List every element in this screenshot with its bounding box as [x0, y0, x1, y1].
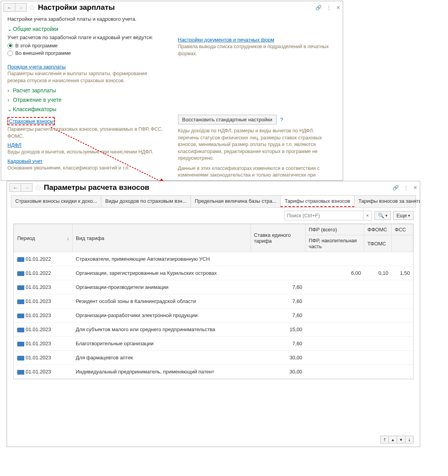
titlebar: ← → ☆ Настройки зарплаты 🔗 ⋮ ✕	[1, 1, 343, 14]
link-payroll-order[interactable]: Порядок учета зарплаты	[7, 64, 66, 70]
link-ndfl[interactable]: НДФЛ	[7, 142, 22, 148]
help-insurance: Параметры расчета страховых взносов, упл…	[7, 126, 166, 140]
link-insurance-contributions[interactable]: Страховые взносы	[7, 117, 55, 125]
close-icon[interactable]: ✕	[336, 5, 340, 11]
section-reflection[interactable]: › Отражение в учете	[7, 97, 336, 103]
classifiers-columns: Страховые взносы Параметры расчета страх…	[7, 115, 336, 179]
help-doc-settings: Правила вывода списка сотрудников и подр…	[178, 43, 337, 57]
content-area: Настройки учета заработной платы и кадро…	[1, 14, 343, 181]
nav-forward-button[interactable]: →	[15, 3, 27, 12]
help-classifiers-right1: Коды доходов по НДФЛ, размеры и виды выч…	[178, 128, 337, 162]
help-payroll-order: Параметры начисления и выплаты зарплаты,…	[7, 70, 166, 84]
favorite-star-icon[interactable]: ☆	[29, 3, 36, 12]
page-description: Настройки учета заработной платы и кадро…	[7, 16, 336, 22]
more-menu-icon[interactable]: ⋮	[326, 5, 331, 11]
nav-back-button[interactable]: ←	[4, 3, 15, 12]
chevron-right-icon: ›	[7, 87, 13, 94]
help-classifiers-right2: Данные в этих классификаторах изменяются…	[178, 165, 337, 179]
section-payroll-calc[interactable]: › Расчет зарплаты	[7, 87, 336, 94]
radio-icon	[7, 43, 13, 49]
window-title: Настройки зарплаты	[38, 3, 115, 12]
link-doc-settings[interactable]: Настройки документов и печатных форм	[178, 37, 274, 43]
help-icon[interactable]: ?	[280, 117, 283, 123]
help-ndfl: Виды доходов и вычетов, используемые при…	[7, 149, 166, 156]
help-hr: Основания увольнения, классификатор заня…	[7, 165, 166, 172]
radio-icon	[7, 50, 13, 56]
chevron-down-icon: ⌄	[7, 106, 13, 112]
settings-window: ← → ☆ Настройки зарплаты 🔗 ⋮ ✕ Настройки…	[1, 1, 343, 181]
chevron-right-icon: ›	[7, 97, 13, 103]
section-classifiers[interactable]: ⌄ Классификаторы	[7, 106, 336, 112]
accounting-label: Учет расчетов по заработной плате и кадр…	[7, 34, 166, 40]
radio-this-program[interactable]: В этой программе	[7, 43, 166, 49]
titlebar-actions: 🔗 ⋮ ✕	[315, 5, 340, 11]
general-columns: Учет расчетов по заработной плате и кадр…	[7, 34, 336, 84]
link-icon[interactable]: 🔗	[315, 5, 322, 11]
restore-defaults-button[interactable]: Восстановить стандартные настройки	[178, 115, 277, 124]
params-window: ← → ☆ Параметры расчета взносов 🔗 ⋮ ✕ Ст…	[7, 181, 420, 182]
link-hr[interactable]: Кадровый учет	[7, 158, 43, 164]
chevron-down-icon: ⌄	[7, 26, 13, 32]
radio-external-program[interactable]: Во внешней программе	[7, 50, 166, 56]
section-general[interactable]: ⌄ Общие настройки	[7, 26, 336, 32]
titlebar2: ← → ☆ Параметры расчета взносов 🔗 ⋮ ✕	[7, 181, 420, 182]
